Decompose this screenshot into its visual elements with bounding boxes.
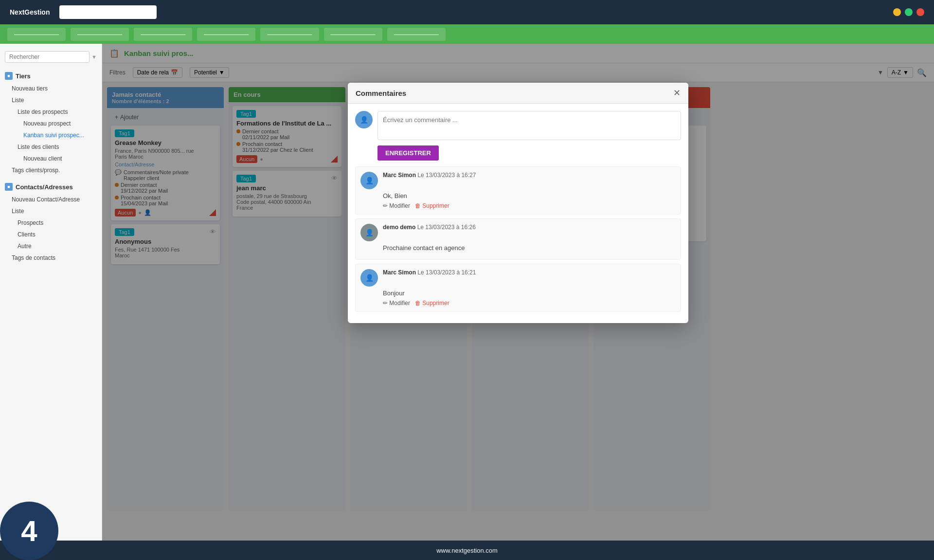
comment-author-1: Marc Simon [383,172,416,179]
sidebar-item-nouveau-contact[interactable]: Nouveau Contact/Adresse [0,194,102,205]
comment-author-3: Marc Simon [383,269,416,276]
sidebar-search-row: ▼ [0,49,102,65]
sidebar-item-tags-contacts[interactable]: Tags de contacts [0,252,102,264]
window-controls [893,8,924,16]
contacts-icon: ■ [5,183,13,191]
sidebar-item-liste-clients[interactable]: Liste des clients [0,141,102,153]
nav-item-2[interactable]: ────────── [71,28,129,41]
comment-input-row: 👤 ENREGISTRER [355,111,681,161]
sidebar-item-liste-prospects[interactable]: Liste des prospects [0,106,102,118]
nav-item-1[interactable]: ────────── [7,28,66,41]
comment-delete-btn-3[interactable]: 🗑 Supprimer [415,300,449,307]
modal-overlay: Commentaires ✕ 👤 ENREGISTRER [102,44,934,541]
comment-entry-1: 👤 Marc Simon Le 13/03/2023 à 16:27 Ok, B… [355,166,681,215]
sidebar-section-tiers[interactable]: ■ Tiers [0,69,102,83]
sidebar-section-contacts[interactable]: ■ Contacts/Adresses [0,180,102,194]
nav-item-4[interactable]: ────────── [197,28,255,41]
top-search-bar[interactable] [59,5,157,19]
comment-meta-2: demo demo Le 13/03/2023 à 16:26 [383,224,476,241]
sidebar-item-clients[interactable]: Clients [0,229,102,240]
comment-header-3: 👤 Marc Simon Le 13/03/2023 à 16:21 [360,269,676,287]
nav-bar: ────────── ────────── ────────── ───────… [0,24,934,44]
comments-modal: Commentaires ✕ 👤 ENREGISTRER [348,83,688,323]
footer-url: www.nextgestion.com [436,547,498,554]
top-bar: NextGestion [0,0,934,24]
avatar-marc-2: 👤 [360,269,378,287]
comment-author-2: demo demo [383,224,415,231]
minimize-button[interactable] [893,8,901,16]
app-logo: NextGestion [10,8,50,16]
comment-meta-3: Marc Simon Le 13/03/2023 à 16:21 [383,269,476,287]
nav-item-7[interactable]: ────────── [387,28,446,41]
comment-entry-3: 👤 Marc Simon Le 13/03/2023 à 16:21 Bonjo… [355,264,681,312]
sidebar-item-autre[interactable]: Autre [0,240,102,252]
comment-save-button[interactable]: ENREGISTRER [377,145,439,161]
sidebar-search-dropdown[interactable]: ▼ [91,54,97,60]
modal-header: Commentaires ✕ [348,83,688,104]
sidebar-item-prospects[interactable]: Prospects [0,217,102,229]
modal-title: Commentaires [356,89,406,97]
sidebar-item-liste[interactable]: Liste [0,94,102,106]
comment-header-1: 👤 Marc Simon Le 13/03/2023 à 16:27 [360,172,676,189]
sidebar-item-nouveau-client[interactable]: Nouveau client [0,153,102,164]
sidebar-item-tags-clients[interactable]: Tags clients/prosp. [0,164,102,176]
footer-number: 4 [0,502,58,560]
comment-actions-3: ✏ Modifier 🗑 Supprimer [383,300,676,307]
close-button[interactable] [916,8,924,16]
modal-body: 👤 ENREGISTRER 👤 Marc Simon Le 13/0 [348,104,688,323]
main-layout: ▼ ■ Tiers Nouveau tiers Liste Liste des … [0,44,934,541]
comment-edit-btn-3[interactable]: ✏ Modifier [383,300,410,307]
comment-edit-btn-1[interactable]: ✏ Modifier [383,202,410,209]
comment-date-1: Le 13/03/2023 à 16:27 [417,172,476,179]
modal-close-button[interactable]: ✕ [673,89,681,97]
tiers-section-label: Tiers [16,72,31,80]
comment-textarea[interactable] [377,111,681,140]
nav-item-5[interactable]: ────────── [260,28,319,41]
footer: www.nextgestion.com 4 [0,541,934,560]
sidebar-item-kanban-suivi[interactable]: Kanban suivi prospec... [0,129,102,141]
comment-date-3: Le 13/03/2023 à 16:21 [417,269,476,276]
comment-entry-2: 👤 demo demo Le 13/03/2023 à 16:26 Procha… [355,218,681,260]
sidebar-item-nouveau-tiers[interactable]: Nouveau tiers [0,83,102,94]
maximize-button[interactable] [905,8,913,16]
nav-item-3[interactable]: ────────── [134,28,192,41]
comment-delete-btn-1[interactable]: 🗑 Supprimer [415,202,449,209]
comment-header-2: 👤 demo demo Le 13/03/2023 à 16:26 [360,224,676,241]
comment-date-2: Le 13/03/2023 à 16:26 [417,224,476,231]
comment-meta-1: Marc Simon Le 13/03/2023 à 16:27 [383,172,476,189]
comment-actions-1: ✏ Modifier 🗑 Supprimer [383,202,676,209]
content-area: 📋 Kanban suivi pros... Filtres Date de r… [102,44,934,541]
comment-text-2: Prochaine contact en agence [383,244,676,252]
avatar-demo: 👤 [360,224,378,241]
sidebar-item-nouveau-prospect[interactable]: Nouveau prospect [0,118,102,129]
nav-item-6[interactable]: ────────── [324,28,382,41]
sidebar: ▼ ■ Tiers Nouveau tiers Liste Liste des … [0,44,102,541]
contacts-section-label: Contacts/Adresses [16,183,73,191]
comment-input-area: ENREGISTRER [377,111,681,161]
avatar-marc-1: 👤 [360,172,378,189]
tiers-icon: ■ [5,72,13,80]
comment-text-3: Bonjour [383,289,676,297]
comment-text-1: Ok, Bien [383,192,676,199]
sidebar-item-liste2[interactable]: Liste [0,205,102,217]
sidebar-search-input[interactable] [5,51,90,63]
current-user-avatar: 👤 [355,111,373,128]
